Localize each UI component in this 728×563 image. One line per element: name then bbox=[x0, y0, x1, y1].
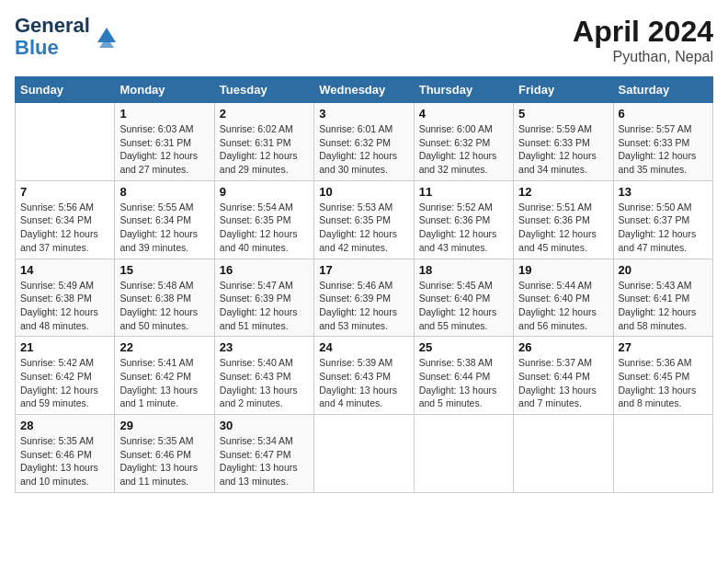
calendar-cell bbox=[314, 415, 414, 493]
calendar-table: SundayMondayTuesdayWednesdayThursdayFrid… bbox=[15, 76, 713, 493]
weekday-row: SundayMondayTuesdayWednesdayThursdayFrid… bbox=[16, 77, 713, 103]
weekday-header: Wednesday bbox=[314, 77, 414, 103]
calendar-cell: 29Sunrise: 5:35 AMSunset: 6:46 PMDayligh… bbox=[115, 415, 214, 493]
day-number: 5 bbox=[518, 107, 608, 121]
calendar-cell: 13Sunrise: 5:50 AMSunset: 6:37 PMDayligh… bbox=[613, 180, 712, 259]
calendar-cell: 14Sunrise: 5:49 AMSunset: 6:38 PMDayligh… bbox=[16, 259, 115, 337]
day-info: Sunrise: 5:49 AMSunset: 6:38 PMDaylight:… bbox=[20, 279, 109, 333]
calendar-cell: 1Sunrise: 6:03 AMSunset: 6:31 PMDaylight… bbox=[115, 103, 214, 181]
day-number: 9 bbox=[220, 185, 309, 199]
day-number: 10 bbox=[319, 185, 408, 199]
calendar-week-row: 21Sunrise: 5:42 AMSunset: 6:42 PMDayligh… bbox=[16, 337, 713, 415]
day-number: 24 bbox=[319, 340, 408, 354]
weekday-header: Sunday bbox=[16, 77, 115, 103]
day-info: Sunrise: 6:00 AMSunset: 6:32 PMDaylight:… bbox=[419, 122, 508, 177]
day-number: 2 bbox=[220, 107, 309, 121]
day-info: Sunrise: 5:42 AMSunset: 6:42 PMDaylight:… bbox=[20, 356, 109, 410]
calendar-cell: 6Sunrise: 5:57 AMSunset: 6:33 PMDaylight… bbox=[613, 103, 712, 181]
weekday-header: Friday bbox=[514, 77, 613, 103]
calendar-cell bbox=[514, 415, 613, 493]
day-number: 30 bbox=[220, 419, 309, 432]
logo-text: GeneralBlue bbox=[15, 15, 90, 59]
day-number: 4 bbox=[419, 107, 508, 121]
day-info: Sunrise: 5:35 AMSunset: 6:46 PMDaylight:… bbox=[119, 434, 209, 488]
day-number: 25 bbox=[419, 340, 508, 354]
day-info: Sunrise: 5:45 AMSunset: 6:40 PMDaylight:… bbox=[419, 279, 508, 333]
svg-marker-0 bbox=[97, 28, 116, 42]
day-info: Sunrise: 5:35 AMSunset: 6:46 PMDaylight:… bbox=[20, 434, 109, 488]
day-number: 21 bbox=[20, 340, 109, 354]
calendar-week-row: 1Sunrise: 6:03 AMSunset: 6:31 PMDaylight… bbox=[16, 103, 713, 181]
day-info: Sunrise: 5:57 AMSunset: 6:33 PMDaylight:… bbox=[619, 122, 708, 177]
day-info: Sunrise: 5:48 AMSunset: 6:38 PMDaylight:… bbox=[119, 279, 209, 333]
day-info: Sunrise: 6:03 AMSunset: 6:31 PMDaylight:… bbox=[119, 122, 209, 177]
calendar-cell bbox=[414, 415, 513, 493]
day-info: Sunrise: 5:50 AMSunset: 6:37 PMDaylight:… bbox=[619, 201, 708, 255]
day-info: Sunrise: 5:43 AMSunset: 6:41 PMDaylight:… bbox=[619, 279, 708, 333]
weekday-header: Saturday bbox=[613, 77, 712, 103]
day-info: Sunrise: 5:47 AMSunset: 6:39 PMDaylight:… bbox=[220, 279, 309, 333]
calendar-cell: 5Sunrise: 5:59 AMSunset: 6:33 PMDaylight… bbox=[514, 103, 613, 181]
day-number: 17 bbox=[319, 263, 408, 277]
day-number: 23 bbox=[220, 340, 309, 354]
day-info: Sunrise: 5:39 AMSunset: 6:43 PMDaylight:… bbox=[319, 356, 408, 410]
day-number: 14 bbox=[20, 263, 109, 277]
day-info: Sunrise: 5:53 AMSunset: 6:35 PMDaylight:… bbox=[319, 201, 408, 255]
day-info: Sunrise: 5:55 AMSunset: 6:34 PMDaylight:… bbox=[119, 201, 209, 255]
calendar-cell: 24Sunrise: 5:39 AMSunset: 6:43 PMDayligh… bbox=[314, 337, 414, 415]
logo-icon bbox=[94, 24, 119, 50]
title-block: April 2024 Pyuthan, Nepal bbox=[573, 15, 713, 65]
day-number: 19 bbox=[518, 263, 608, 277]
calendar-cell: 22Sunrise: 5:41 AMSunset: 6:42 PMDayligh… bbox=[115, 337, 214, 415]
logo: GeneralBlue bbox=[15, 15, 119, 59]
day-info: Sunrise: 5:59 AMSunset: 6:33 PMDaylight:… bbox=[518, 122, 608, 177]
calendar-cell: 8Sunrise: 5:55 AMSunset: 6:34 PMDaylight… bbox=[115, 180, 214, 259]
calendar-week-row: 28Sunrise: 5:35 AMSunset: 6:46 PMDayligh… bbox=[16, 415, 713, 493]
day-info: Sunrise: 5:56 AMSunset: 6:34 PMDaylight:… bbox=[20, 201, 109, 255]
day-number: 1 bbox=[119, 107, 209, 121]
day-info: Sunrise: 5:54 AMSunset: 6:35 PMDaylight:… bbox=[220, 201, 309, 255]
calendar-cell: 23Sunrise: 5:40 AMSunset: 6:43 PMDayligh… bbox=[214, 337, 313, 415]
calendar-cell: 25Sunrise: 5:38 AMSunset: 6:44 PMDayligh… bbox=[414, 337, 513, 415]
svg-marker-1 bbox=[99, 42, 114, 48]
day-number: 28 bbox=[20, 419, 109, 432]
day-number: 27 bbox=[619, 340, 708, 354]
day-info: Sunrise: 5:38 AMSunset: 6:44 PMDaylight:… bbox=[419, 356, 508, 410]
calendar-cell: 28Sunrise: 5:35 AMSunset: 6:46 PMDayligh… bbox=[16, 415, 115, 493]
day-number: 22 bbox=[119, 340, 209, 354]
calendar-cell: 15Sunrise: 5:48 AMSunset: 6:38 PMDayligh… bbox=[115, 259, 214, 337]
calendar-cell: 9Sunrise: 5:54 AMSunset: 6:35 PMDaylight… bbox=[214, 180, 313, 259]
day-number: 29 bbox=[119, 419, 209, 432]
calendar-cell: 20Sunrise: 5:43 AMSunset: 6:41 PMDayligh… bbox=[613, 259, 712, 337]
calendar-week-row: 14Sunrise: 5:49 AMSunset: 6:38 PMDayligh… bbox=[16, 259, 713, 337]
weekday-header: Thursday bbox=[414, 77, 513, 103]
calendar-cell: 12Sunrise: 5:51 AMSunset: 6:36 PMDayligh… bbox=[514, 180, 613, 259]
calendar-week-row: 7Sunrise: 5:56 AMSunset: 6:34 PMDaylight… bbox=[16, 180, 713, 259]
day-number: 26 bbox=[518, 340, 608, 354]
day-number: 7 bbox=[20, 185, 109, 199]
day-info: Sunrise: 5:52 AMSunset: 6:36 PMDaylight:… bbox=[419, 201, 508, 255]
calendar-cell: 4Sunrise: 6:00 AMSunset: 6:32 PMDaylight… bbox=[414, 103, 513, 181]
day-number: 20 bbox=[619, 263, 708, 277]
calendar-cell: 17Sunrise: 5:46 AMSunset: 6:39 PMDayligh… bbox=[314, 259, 414, 337]
calendar-cell: 10Sunrise: 5:53 AMSunset: 6:35 PMDayligh… bbox=[314, 180, 414, 259]
day-info: Sunrise: 5:41 AMSunset: 6:42 PMDaylight:… bbox=[119, 356, 209, 410]
day-number: 11 bbox=[419, 185, 508, 199]
calendar-cell: 16Sunrise: 5:47 AMSunset: 6:39 PMDayligh… bbox=[214, 259, 313, 337]
location: Pyuthan, Nepal bbox=[573, 49, 713, 65]
weekday-header: Tuesday bbox=[214, 77, 313, 103]
day-info: Sunrise: 5:40 AMSunset: 6:43 PMDaylight:… bbox=[220, 356, 309, 410]
day-info: Sunrise: 5:44 AMSunset: 6:40 PMDaylight:… bbox=[518, 279, 608, 333]
day-number: 6 bbox=[619, 107, 708, 121]
day-number: 13 bbox=[619, 185, 708, 199]
calendar-cell: 19Sunrise: 5:44 AMSunset: 6:40 PMDayligh… bbox=[514, 259, 613, 337]
calendar-cell: 11Sunrise: 5:52 AMSunset: 6:36 PMDayligh… bbox=[414, 180, 513, 259]
day-number: 8 bbox=[119, 185, 209, 199]
calendar-cell: 30Sunrise: 5:34 AMSunset: 6:47 PMDayligh… bbox=[214, 415, 313, 493]
calendar-header: SundayMondayTuesdayWednesdayThursdayFrid… bbox=[16, 77, 713, 103]
day-info: Sunrise: 5:36 AMSunset: 6:45 PMDaylight:… bbox=[619, 356, 708, 410]
day-number: 3 bbox=[319, 107, 408, 121]
calendar-cell: 3Sunrise: 6:01 AMSunset: 6:32 PMDaylight… bbox=[314, 103, 414, 181]
day-info: Sunrise: 6:01 AMSunset: 6:32 PMDaylight:… bbox=[319, 122, 408, 177]
calendar-cell: 18Sunrise: 5:45 AMSunset: 6:40 PMDayligh… bbox=[414, 259, 513, 337]
